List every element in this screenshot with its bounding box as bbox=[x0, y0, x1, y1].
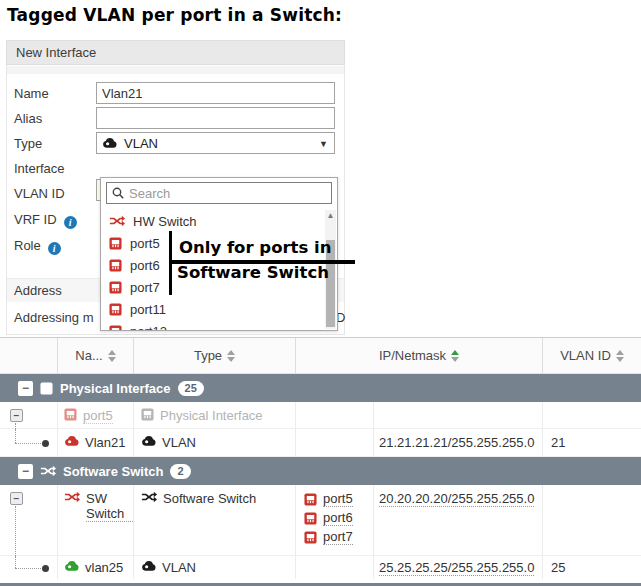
port-icon bbox=[109, 281, 122, 294]
type-select-value: VLAN bbox=[124, 136, 158, 151]
group-label: Physical Interface bbox=[60, 381, 171, 396]
dropdown-item-label: HW Switch bbox=[133, 214, 197, 229]
header-select-col bbox=[0, 338, 57, 373]
vlan-id-cell: 21 bbox=[542, 429, 641, 456]
dropdown-item-label: port5 bbox=[130, 236, 160, 251]
collapse-icon[interactable]: − bbox=[18, 464, 33, 479]
header-name[interactable]: Na... bbox=[57, 338, 133, 373]
member-link[interactable]: port7 bbox=[323, 529, 353, 545]
header-type-label: Type bbox=[194, 348, 222, 363]
type-cell: Software Switch bbox=[133, 485, 295, 555]
interface-name[interactable]: Vlan21 bbox=[85, 435, 125, 450]
interface-name-link[interactable]: port5 bbox=[83, 408, 113, 424]
name-label: Name bbox=[14, 86, 49, 101]
chevron-down-icon: ▼ bbox=[319, 139, 328, 149]
sort-ascending-icon bbox=[451, 350, 459, 362]
sort-icon bbox=[616, 350, 624, 362]
dropdown-item-hw-switch[interactable]: HW Switch bbox=[101, 210, 325, 232]
name-cell: SW Switch bbox=[57, 485, 133, 555]
name-cell: vlan25 bbox=[57, 556, 133, 579]
port-icon bbox=[109, 303, 122, 316]
vlan-id-cell bbox=[542, 485, 641, 555]
table-row-vlan25[interactable]: vlan25 VLAN 25.25.25.25/255.255.255.0 25 bbox=[0, 556, 641, 579]
tree-line bbox=[15, 556, 16, 568]
members-cell bbox=[295, 402, 373, 428]
tree-bullet bbox=[42, 440, 49, 447]
type-text: Physical Interface bbox=[160, 408, 263, 423]
port-icon bbox=[109, 325, 122, 331]
table-row-port5[interactable]: − port5 Physical Interface bbox=[0, 402, 641, 429]
type-text: VLAN bbox=[162, 435, 196, 450]
sort-icon bbox=[108, 350, 116, 362]
table-header-row: Na... Type IP/Netmask VLAN ID bbox=[0, 338, 641, 374]
name-cell: Vlan21 bbox=[57, 429, 133, 456]
tree-line bbox=[15, 568, 41, 569]
panel-substrip bbox=[7, 66, 344, 74]
name-input[interactable] bbox=[96, 82, 335, 104]
members-cell: port5 port6 port7 bbox=[295, 485, 373, 555]
vlan-id-text: 21 bbox=[551, 435, 565, 450]
dropdown-item-label: port12 bbox=[130, 324, 167, 331]
type-select[interactable]: VLAN ▼ bbox=[96, 132, 335, 154]
switch-icon bbox=[109, 215, 125, 227]
port-icon bbox=[109, 237, 122, 250]
interface-name-link[interactable]: SW Switch bbox=[86, 491, 133, 522]
port-icon bbox=[304, 512, 317, 525]
ip-link[interactable]: 20.20.20.20/255.255.255.0 bbox=[379, 491, 534, 507]
interface-table: Na... Type IP/Netmask VLAN ID − Physical… bbox=[0, 337, 641, 579]
member-item: port6 bbox=[304, 510, 373, 526]
annotation-text-line1: Only for ports in bbox=[179, 238, 331, 257]
member-item: port5 bbox=[304, 491, 373, 507]
info-icon[interactable]: i bbox=[64, 216, 77, 229]
member-item: port7 bbox=[304, 529, 373, 545]
dropdown-item-port12[interactable]: port12 bbox=[101, 320, 325, 330]
port-icon bbox=[40, 382, 53, 395]
scroll-up-icon[interactable]: ▲ bbox=[325, 211, 336, 221]
collapse-icon[interactable]: − bbox=[18, 381, 33, 396]
ip-link[interactable]: 25.25.25.25/255.255.255.0 bbox=[379, 560, 534, 576]
interface-name[interactable]: vlan25 bbox=[85, 560, 123, 575]
vlan-status-up-icon bbox=[64, 560, 79, 572]
header-type[interactable]: Type bbox=[133, 338, 295, 373]
header-vlan-id[interactable]: VLAN ID bbox=[542, 338, 641, 373]
vlan-id-cell bbox=[542, 402, 641, 428]
tree-line bbox=[15, 429, 16, 443]
type-text: Software Switch bbox=[163, 491, 256, 506]
port-icon bbox=[304, 493, 317, 506]
interface-label: Interface bbox=[14, 161, 65, 176]
dropdown-item-port11[interactable]: port11 bbox=[101, 298, 325, 320]
type-label: Type bbox=[14, 136, 42, 151]
page-title: Tagged VLAN per port in a Switch: bbox=[7, 5, 342, 25]
row-tree-cell bbox=[0, 429, 57, 456]
table-row-vlan21[interactable]: Vlan21 VLAN 21.21.21.21/255.255.255.0 21 bbox=[0, 429, 641, 457]
tree-line bbox=[15, 506, 16, 556]
info-icon[interactable]: i bbox=[48, 242, 61, 255]
name-cell: port5 bbox=[57, 402, 133, 428]
port-icon bbox=[109, 259, 122, 272]
row-expand-cell: − bbox=[0, 402, 57, 428]
tree-line bbox=[15, 443, 41, 444]
header-ip-netmask[interactable]: IP/Netmask bbox=[295, 338, 542, 373]
type-text: VLAN bbox=[162, 560, 196, 575]
panel-header: New Interface bbox=[6, 40, 345, 65]
header-ip-label: IP/Netmask bbox=[379, 348, 446, 363]
group-physical-interface[interactable]: − Physical Interface 25 bbox=[0, 374, 641, 402]
switch-icon bbox=[40, 465, 56, 477]
search-input-wrap[interactable] bbox=[106, 182, 332, 204]
group-software-switch[interactable]: − Software Switch 2 bbox=[0, 457, 641, 485]
role-label: Rolei bbox=[14, 238, 61, 255]
header-vlan-id-label: VLAN ID bbox=[560, 348, 611, 363]
vlan-id-text: 25 bbox=[551, 560, 565, 575]
ip-text: 21.21.21.21/255.255.255.0 bbox=[379, 435, 534, 450]
alias-label: Alias bbox=[14, 111, 42, 126]
collapse-icon[interactable]: − bbox=[10, 409, 23, 422]
table-row-sw-switch[interactable]: − SW Switch Software Switch port5 port6 … bbox=[0, 485, 641, 556]
alias-input[interactable] bbox=[96, 107, 335, 129]
collapse-icon[interactable]: − bbox=[10, 492, 23, 505]
port-icon bbox=[304, 531, 317, 544]
search-input[interactable] bbox=[129, 186, 326, 201]
type-cell: Physical Interface bbox=[133, 402, 295, 428]
member-link[interactable]: port5 bbox=[323, 491, 353, 507]
member-link[interactable]: port6 bbox=[323, 510, 353, 526]
dropdown-item-label: port6 bbox=[130, 258, 160, 273]
